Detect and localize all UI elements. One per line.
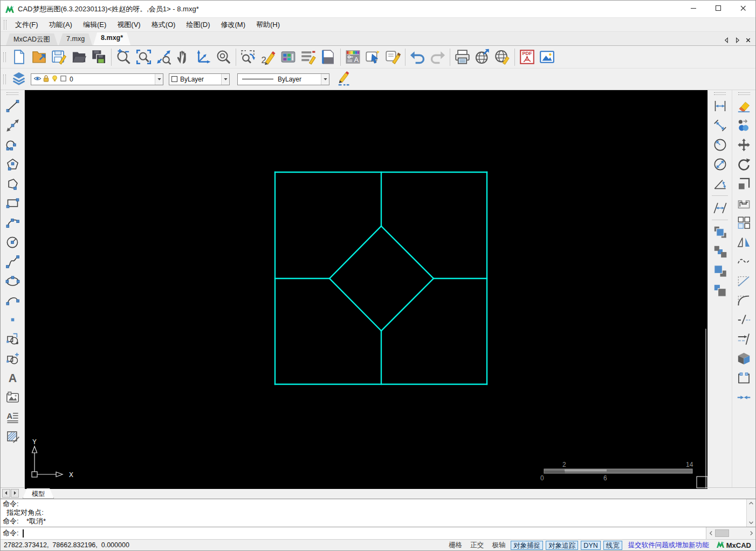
trim-button[interactable] — [734, 310, 754, 329]
point-button[interactable] — [3, 310, 23, 329]
explode-button[interactable] — [734, 349, 754, 368]
zoom-extents-button[interactable] — [154, 47, 174, 67]
dimension-toolbar-grip[interactable] — [714, 92, 726, 95]
tab-prev-button[interactable] — [722, 37, 731, 45]
color-combo[interactable]: ByLayer — [169, 73, 230, 85]
command-hscrollbar[interactable] — [706, 527, 755, 539]
scroll-right-icon[interactable] — [747, 527, 755, 539]
edit-properties-button[interactable] — [383, 47, 403, 67]
scale-button[interactable] — [734, 174, 754, 193]
tab-close-button[interactable] — [744, 37, 752, 45]
save-as-button[interactable] — [89, 47, 109, 67]
extend-button[interactable] — [734, 329, 754, 349]
scroll-up-icon[interactable] — [747, 499, 755, 507]
layers-button[interactable] — [9, 70, 29, 89]
arc-button[interactable] — [3, 290, 23, 310]
ucs-axes-button[interactable] — [194, 47, 214, 67]
image-button[interactable] — [3, 387, 23, 407]
copy-button[interactable] — [734, 115, 754, 135]
fillet-button[interactable] — [734, 290, 754, 310]
new-file-button[interactable] — [9, 47, 29, 67]
menu-item-1[interactable]: 功能(A) — [44, 18, 78, 31]
dim-diameter-button[interactable] — [710, 154, 730, 174]
open-drawing-button[interactable] — [29, 47, 49, 67]
ellipse-button[interactable] — [3, 271, 23, 290]
status-toggle-2[interactable]: 极轴 — [489, 541, 508, 550]
color-combo-chevron-icon[interactable] — [221, 74, 229, 85]
export-image-button[interactable] — [537, 47, 557, 67]
status-toggle-5[interactable]: DYN — [581, 541, 600, 550]
draworder-back-button[interactable] — [710, 242, 730, 261]
polygon-button[interactable] — [3, 154, 23, 174]
model-next-button[interactable] — [11, 489, 19, 498]
menu-item-5[interactable]: 绘图(D) — [181, 18, 215, 31]
redo-button[interactable] — [428, 47, 448, 67]
publish-web-button[interactable] — [472, 47, 492, 67]
arc-start-button[interactable] — [3, 135, 23, 154]
scroll-down-icon[interactable] — [747, 519, 755, 527]
zoom-center-button[interactable] — [214, 47, 233, 67]
maximize-button[interactable] — [706, 1, 731, 17]
arc-3point-button[interactable] — [3, 213, 23, 232]
rectangle-button[interactable] — [3, 193, 23, 213]
status-toggle-1[interactable]: 正交 — [468, 541, 486, 550]
hatch-button[interactable] — [3, 426, 23, 446]
command-vscrollbar[interactable] — [746, 499, 755, 527]
web-settings-button[interactable] — [492, 47, 512, 67]
menu-grip[interactable] — [4, 20, 6, 30]
print-button[interactable] — [452, 47, 472, 67]
text-style-button[interactable]: A — [3, 407, 23, 426]
polyline-button[interactable] — [3, 174, 23, 193]
draworder-front-button[interactable] — [710, 222, 730, 242]
array-button[interactable] — [734, 213, 754, 232]
linetype-combo-chevron-icon[interactable] — [321, 74, 329, 85]
zoom-previous-button[interactable] — [238, 47, 258, 67]
color-palette-button[interactable] — [278, 47, 298, 67]
document-tab-2[interactable]: 8.mxg* — [93, 32, 130, 45]
export-pdf-button[interactable]: PDF — [517, 47, 537, 67]
pan-button[interactable] — [174, 47, 194, 67]
menu-item-2[interactable]: 编辑(E) — [78, 18, 112, 31]
draworder-above-button[interactable] — [710, 261, 730, 281]
fill-style-button[interactable] — [318, 47, 338, 67]
modify-toolbar-grip[interactable] — [738, 92, 750, 95]
model-tab[interactable]: 模型 — [23, 488, 54, 499]
spline-button[interactable] — [3, 251, 23, 271]
draworder-below-button[interactable] — [710, 281, 730, 300]
properties-toolbar-grip[interactable] — [3, 74, 6, 84]
sketch-button[interactable]: 2 — [258, 47, 278, 67]
close-button[interactable] — [731, 1, 755, 17]
text-content-button[interactable] — [298, 47, 318, 67]
feedback-link[interactable]: 提交软件问题或增加新功能 — [628, 541, 709, 550]
dim-angular-button[interactable] — [710, 174, 730, 193]
document-tab-1[interactable]: 7.mxg — [59, 33, 92, 45]
status-toggle-0[interactable]: 栅格 — [446, 541, 465, 550]
text-button[interactable]: A — [3, 368, 23, 387]
model-prev-button[interactable] — [2, 489, 10, 498]
erase-button[interactable] — [734, 96, 754, 115]
undo-button[interactable] — [408, 47, 428, 67]
status-toggle-6[interactable]: 线宽 — [603, 541, 622, 550]
main-toolbar-grip[interactable] — [3, 52, 6, 62]
offset-button[interactable] — [734, 193, 754, 213]
break-button[interactable] — [734, 368, 754, 387]
dim-radius-button[interactable] — [710, 135, 730, 154]
join-button[interactable] — [734, 387, 754, 407]
menu-item-3[interactable]: 视图(V) — [112, 18, 146, 31]
circle-button[interactable] — [3, 232, 23, 251]
minimize-button[interactable] — [681, 1, 706, 17]
document-tab-0[interactable]: MxCAD云图 — [6, 33, 58, 45]
status-toggle-4[interactable]: 对象追踪 — [546, 541, 578, 550]
mirror-button[interactable] — [734, 232, 754, 251]
zoom-window-button[interactable] — [134, 47, 154, 67]
line-button[interactable] — [3, 96, 23, 115]
layer-combo[interactable]: 0 — [31, 73, 163, 85]
menu-item-0[interactable]: 文件(F) — [10, 18, 44, 31]
menu-item-4[interactable]: 格式(O) — [146, 18, 181, 31]
dim-aligned-button[interactable] — [710, 115, 730, 135]
draw-toolbar-grip[interactable] — [6, 92, 18, 95]
create-block-button[interactable] — [3, 349, 23, 368]
dim-linear-button[interactable] — [710, 96, 730, 115]
rotate-button[interactable] — [734, 154, 754, 174]
status-toggle-3[interactable]: 对象捕捉 — [511, 541, 543, 550]
